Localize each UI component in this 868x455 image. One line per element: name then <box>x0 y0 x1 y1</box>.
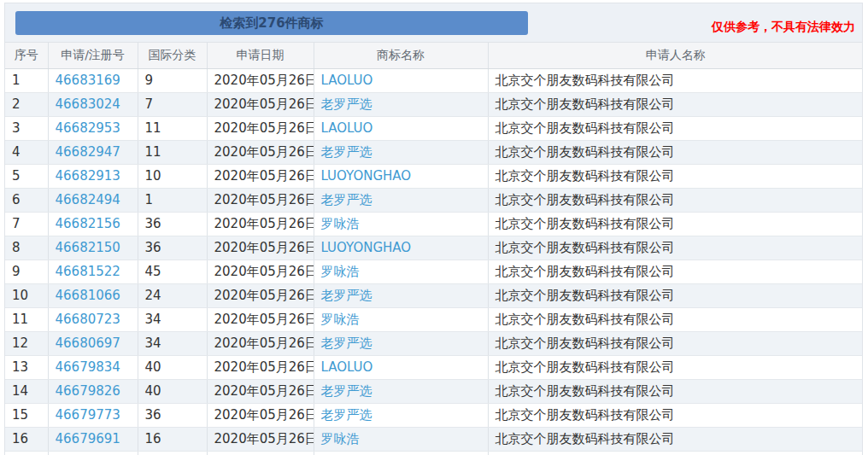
cell-index: 3 <box>5 116 48 140</box>
cell-mark-name: 老罗严选 <box>314 283 488 307</box>
cell-intl-class: 36 <box>138 236 207 260</box>
cell-mark-name: 罗咏浩 <box>314 212 488 236</box>
cell-applicant: 北京交个朋友数码科技有限公司 <box>488 307 863 331</box>
table-row: 1246680697342020年05月26日老罗严选北京交个朋友数码科技有限公… <box>5 331 863 355</box>
registration-number-link[interactable]: 46679826 <box>56 383 120 399</box>
cell-mark-name: 老罗严选 <box>314 188 488 212</box>
cell-applicant: 北京交个朋友数码科技有限公司 <box>488 283 863 307</box>
trademark-name-link[interactable]: 老罗严选 <box>321 335 372 351</box>
registration-number-link[interactable]: 46680723 <box>56 312 120 327</box>
column-header-1: 申请/注册号 <box>48 43 138 68</box>
trademark-name-link[interactable]: LUOYONGHAO <box>321 168 412 184</box>
cell-applicant: 北京交个朋友数码科技有限公司 <box>488 403 863 427</box>
trademark-name-link[interactable]: 老罗严选 <box>321 192 372 207</box>
registration-number-link[interactable]: 46683169 <box>56 73 120 88</box>
cell-reg-no: 46680697 <box>48 331 138 355</box>
trademark-name-link[interactable]: 老罗严选 <box>321 407 372 423</box>
trademark-name-link[interactable]: LUOYONGHAO <box>321 240 412 255</box>
cell-index: 14 <box>5 379 48 403</box>
cell-apply-date: 2020年05月26日 <box>207 164 314 188</box>
table-row: 746682156362020年05月26日罗咏浩北京交个朋友数码科技有限公司 <box>5 212 863 236</box>
trademark-name-link[interactable]: 罗咏浩 <box>321 312 360 327</box>
registration-number-link[interactable]: 46682150 <box>56 240 120 255</box>
cell-apply-date: 2020年05月26日 <box>207 307 314 331</box>
cell-reg-no: 46679826 <box>48 379 138 403</box>
cell-reg-no: 46683169 <box>48 68 138 92</box>
cell-intl-class: 24 <box>138 283 207 307</box>
registration-number-link[interactable]: 46682494 <box>56 192 120 207</box>
cell-applicant: 北京交个朋友数码科技有限公司 <box>488 260 863 283</box>
cell-applicant: 北京交个朋友数码科技有限公司 <box>488 355 863 379</box>
registration-number-link[interactable]: 46683024 <box>56 96 120 112</box>
registration-number-link[interactable]: 46681066 <box>56 288 120 303</box>
cell-intl-class: 34 <box>138 307 207 331</box>
cell-mark-name: 老罗严选 <box>314 403 488 427</box>
trademark-name-link[interactable]: 老罗严选 <box>321 383 372 399</box>
cell-intl-class: 16 <box>138 427 207 451</box>
registration-number-link[interactable]: 46682913 <box>56 168 120 184</box>
cell-mark-name: LUOYONGHAO <box>314 164 488 188</box>
registration-number-link[interactable]: 46680697 <box>56 335 120 351</box>
results-table: 序号申请/注册号国际分类申请日期商标名称申请人名称 14668316992020… <box>5 43 863 455</box>
trademark-name-link[interactable]: 老罗严选 <box>321 96 372 112</box>
results-tbody: 14668316992020年05月26日LAOLUO北京交个朋友数码科技有限公… <box>5 68 863 455</box>
cell-reg-no: 46682150 <box>48 236 138 260</box>
cell-index: 16 <box>5 427 48 451</box>
registration-number-link[interactable]: 46682156 <box>56 216 120 231</box>
cell-mark-name: LAOLUO <box>314 355 488 379</box>
trademark-name-link[interactable]: LAOLUO <box>321 359 373 375</box>
result-count-button[interactable]: 检索到276件商标 <box>15 11 528 35</box>
trademark-name-link[interactable]: LAOLUO <box>321 73 373 88</box>
cell-apply-date: 2020年05月26日 <box>207 236 314 260</box>
cell-intl-class: 11 <box>138 140 207 164</box>
trademark-name-link[interactable]: 老罗严选 <box>321 288 372 303</box>
trademark-name-link[interactable]: 老罗严选 <box>321 144 372 160</box>
cell-reg-no: 46679834 <box>48 355 138 379</box>
table-row: 846682150362020年05月26日LUOYONGHAO北京交个朋友数码… <box>5 236 863 260</box>
results-banner: 检索到276件商标 仅供参考，不具有法律效力 <box>5 3 862 43</box>
cell-apply-date: 2020年05月26日 <box>207 283 314 307</box>
cell-applicant: 北京交个朋友数码科技有限公司 <box>488 427 863 451</box>
cell-intl-class: 45 <box>138 260 207 283</box>
cell-applicant: 北京交个朋友数码科技有限公司 <box>488 164 863 188</box>
registration-number-link[interactable]: 46682947 <box>56 144 120 160</box>
table-row: 1346679834402020年05月26日LAOLUO北京交个朋友数码科技有… <box>5 355 863 379</box>
registration-number-link[interactable]: 46679773 <box>56 407 120 423</box>
cell-intl-class: 11 <box>138 116 207 140</box>
column-header-4: 商标名称 <box>314 43 488 68</box>
registration-number-link[interactable]: 46681522 <box>56 264 120 279</box>
cell-index: 13 <box>5 355 48 379</box>
cell-applicant: 北京交个朋友数码科技有限公司 <box>488 140 863 164</box>
table-row: 446682947112020年05月26日老罗严选北京交个朋友数码科技有限公司 <box>5 140 863 164</box>
cell-mark-name: LAOLUO <box>314 116 488 140</box>
cell-apply-date: 2020年05月26日 <box>207 331 314 355</box>
registration-number-link[interactable]: 46682953 <box>56 120 120 136</box>
cell-applicant: 北京交个朋友数码科技有限公司 <box>488 116 863 140</box>
cell-reg-no: 46682913 <box>48 164 138 188</box>
cell-intl-class: 36 <box>138 212 207 236</box>
cell-intl-class: 36 <box>138 403 207 427</box>
cell-applicant: 北京交个朋友数码科技有限公司 <box>488 236 863 260</box>
cell-applicant: 北京交个朋友数码科技有限公司 <box>488 212 863 236</box>
cell-apply-date: 2020年05月26日 <box>207 379 314 403</box>
column-header-0: 序号 <box>5 43 48 68</box>
column-header-2: 国际分类 <box>138 43 207 68</box>
cell-apply-date: 2020年05月26日 <box>207 140 314 164</box>
table-row: 64668249412020年05月26日老罗严选北京交个朋友数码科技有限公司 <box>5 188 863 212</box>
cell-reg-no: 46679691 <box>48 427 138 451</box>
trademark-name-link[interactable]: 罗咏浩 <box>321 264 360 279</box>
registration-number-link[interactable]: 46679834 <box>56 359 120 375</box>
cell-index: 1 <box>5 68 48 92</box>
cell-intl-class: 7 <box>138 92 207 116</box>
cell-intl-class: 9 <box>138 68 207 92</box>
table-row: 1546679773362020年05月26日老罗严选北京交个朋友数码科技有限公… <box>5 403 863 427</box>
table-row: 346682953112020年05月26日LAOLUO北京交个朋友数码科技有限… <box>5 116 863 140</box>
cell-index: 12 <box>5 331 48 355</box>
table-row: 946681522452020年05月26日罗咏浩北京交个朋友数码科技有限公司 <box>5 260 863 283</box>
trademark-name-link[interactable]: LAOLUO <box>321 120 373 136</box>
table-row: 14668316992020年05月26日LAOLUO北京交个朋友数码科技有限公… <box>5 68 863 92</box>
registration-number-link[interactable]: 46679691 <box>56 431 120 446</box>
trademark-name-link[interactable]: 罗咏浩 <box>321 216 360 231</box>
trademark-name-link[interactable]: 罗咏浩 <box>321 431 360 446</box>
cell-intl-class: 34 <box>138 331 207 355</box>
